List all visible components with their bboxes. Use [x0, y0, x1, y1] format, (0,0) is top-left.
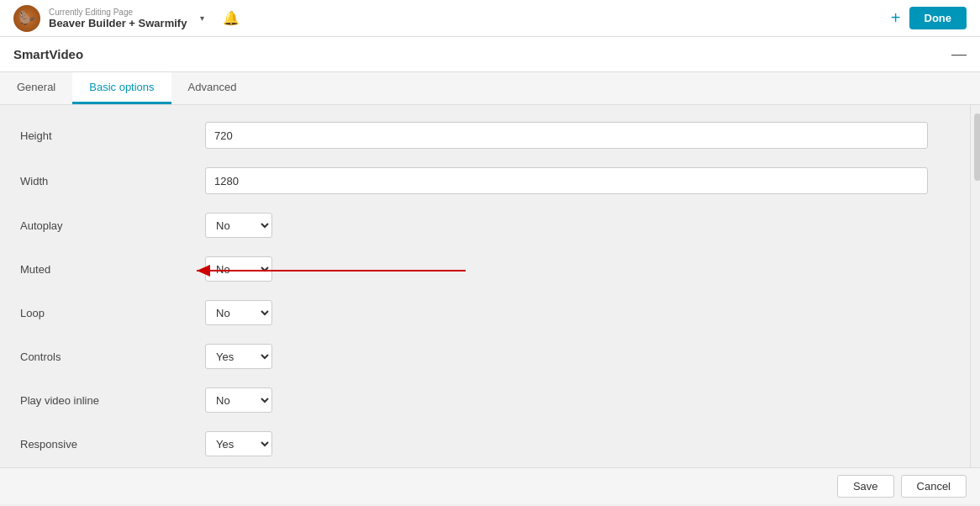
scrollbar-thumb[interactable]: [974, 113, 980, 181]
play-video-inline-select[interactable]: No Yes: [205, 387, 272, 413]
save-button[interactable]: Save: [837, 475, 894, 498]
responsive-label: Responsive: [20, 438, 205, 451]
width-row: Width: [20, 167, 950, 194]
tabs-bar: General Basic options Advanced: [0, 72, 980, 105]
height-label: Height: [20, 129, 205, 142]
bottom-bar: Save Cancel: [0, 467, 980, 504]
tab-advanced[interactable]: Advanced: [171, 72, 254, 104]
controls-label: Controls: [20, 351, 205, 363]
topbar-left: 🦫 Currently Editing Page Beaver Builder …: [13, 5, 240, 32]
panel-title: SmartVideo: [13, 47, 83, 61]
width-input[interactable]: [205, 167, 928, 194]
muted-row: Muted No Yes: [20, 256, 950, 282]
play-video-inline-label: Play video inline: [20, 394, 205, 407]
topbar-title-group: Currently Editing Page Beaver Builder + …: [49, 8, 187, 29]
form-panel: Height Width Autoplay No Yes Muted No Ye…: [0, 105, 970, 467]
width-label: Width: [20, 175, 205, 187]
loop-row: Loop No Yes: [20, 300, 950, 325]
height-input[interactable]: [205, 122, 928, 149]
topbar: 🦫 Currently Editing Page Beaver Builder …: [0, 0, 980, 37]
loop-label: Loop: [20, 307, 205, 319]
responsive-select[interactable]: Yes No: [205, 431, 272, 456]
tab-basic-options[interactable]: Basic options: [72, 72, 171, 104]
topbar-subtitle: Currently Editing Page: [49, 8, 187, 17]
height-row: Height: [20, 122, 950, 149]
minimize-icon[interactable]: —: [951, 45, 967, 63]
controls-select[interactable]: Yes No: [205, 344, 272, 369]
autoplay-select[interactable]: No Yes: [205, 213, 272, 238]
cancel-button[interactable]: Cancel: [901, 475, 967, 498]
add-button[interactable]: +: [891, 8, 901, 28]
topbar-title: Beaver Builder + Swarmify: [49, 17, 187, 29]
muted-select[interactable]: No Yes: [205, 256, 272, 282]
scrollbar-track[interactable]: [970, 105, 980, 467]
controls-row: Controls Yes No: [20, 344, 950, 369]
responsive-row: Responsive Yes No: [20, 431, 950, 456]
bell-icon[interactable]: 🔔: [223, 10, 240, 26]
muted-label: Muted: [20, 263, 205, 276]
play-video-inline-row: Play video inline No Yes: [20, 387, 950, 413]
topbar-right: + Done: [891, 7, 967, 29]
chevron-down-icon[interactable]: ▾: [200, 13, 204, 23]
done-button[interactable]: Done: [909, 7, 967, 29]
loop-select[interactable]: No Yes: [205, 300, 272, 325]
panel-header: SmartVideo —: [0, 37, 980, 72]
tab-general[interactable]: General: [0, 72, 72, 104]
beaver-logo: 🦫: [13, 5, 40, 32]
autoplay-label: Autoplay: [20, 219, 205, 232]
autoplay-row: Autoplay No Yes: [20, 213, 950, 238]
